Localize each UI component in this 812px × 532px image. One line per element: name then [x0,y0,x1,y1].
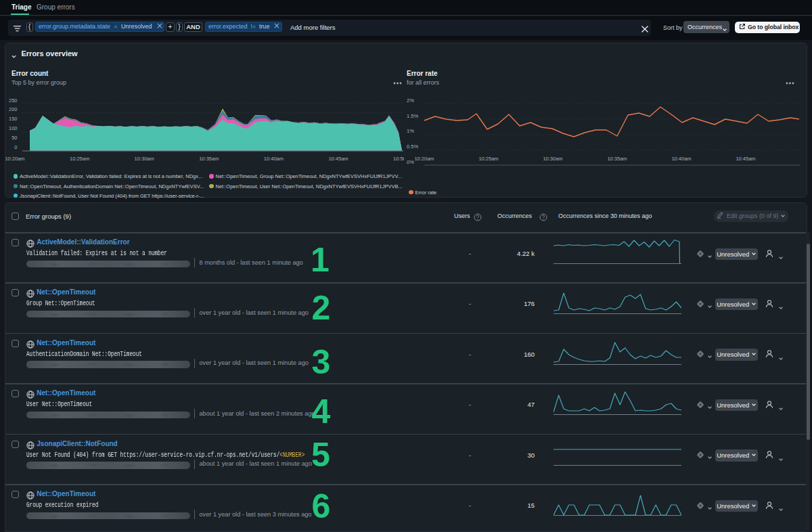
svg-text:150: 150 [9,116,18,122]
svg-text:10:25am: 10:25am [478,156,498,162]
svg-text:0.5%: 0.5% [407,143,418,150]
svg-text:10:35am: 10:35am [199,156,219,162]
svg-text:10:40am: 10:40am [264,156,284,162]
svg-text:1%: 1% [407,128,414,134]
svg-text:10:45am: 10:45am [736,156,755,162]
svg-text:10:20am: 10:20am [5,156,24,162]
svg-text:50: 50 [12,135,17,141]
svg-text:100: 100 [9,125,18,131]
svg-text:10:30am: 10:30am [543,156,562,162]
svg-text:10:35am: 10:35am [607,156,627,162]
svg-text:10:20am: 10:20am [414,156,434,162]
svg-text:10:40am: 10:40am [671,156,691,162]
svg-text:0: 0 [14,144,17,150]
svg-text:1.5%: 1.5% [407,113,418,119]
svg-text:0%: 0% [407,159,414,165]
svg-text:10:30am: 10:30am [135,156,154,162]
svg-text:10:45am: 10:45am [328,156,348,162]
svg-text:250: 250 [9,97,18,104]
svg-text:2%: 2% [407,97,414,104]
svg-text:10:25am: 10:25am [70,156,89,162]
svg-text:200: 200 [9,106,18,112]
